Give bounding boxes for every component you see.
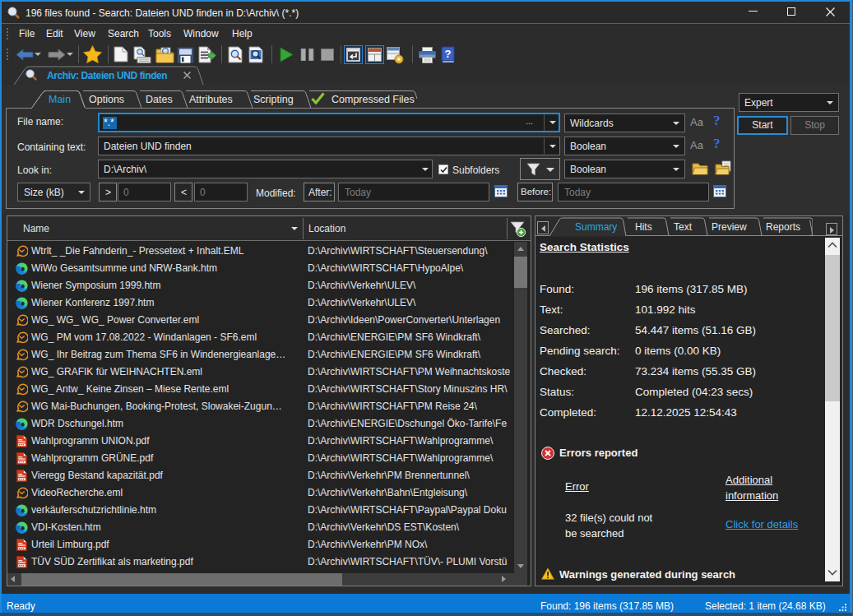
- svg-text:?: ?: [445, 48, 452, 60]
